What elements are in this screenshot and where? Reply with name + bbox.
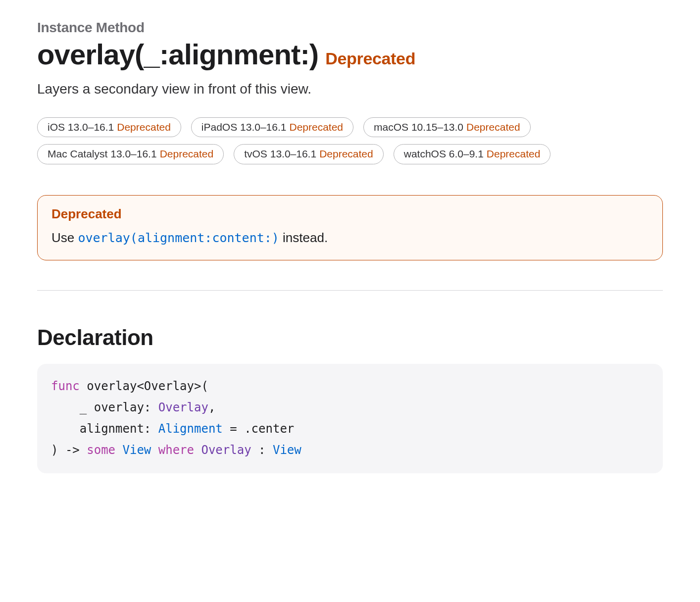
deprecated-aside: Deprecated Use overlay(alignment:content… [37, 195, 663, 261]
platform-pill: Mac Catalyst 13.0–16.1 Deprecated [37, 144, 224, 164]
aside-text-suffix: instead. [279, 230, 328, 245]
code-type: Overlay [158, 401, 208, 414]
aside-text-prefix: Use [51, 230, 78, 245]
code-text [151, 443, 158, 457]
platform-status: Deprecated [319, 147, 373, 161]
platform-status: Deprecated [160, 147, 214, 161]
platform-label: macOS 10.15–13.0 [374, 120, 463, 134]
code-text [115, 443, 122, 457]
platform-label: tvOS 13.0–16.1 [244, 147, 316, 161]
platform-label: iPadOS 13.0–16.1 [201, 120, 287, 134]
code-text: ) -> [51, 443, 87, 457]
platform-list: iOS 13.0–16.1 Deprecated iPadOS 13.0–16.… [37, 117, 663, 164]
code-keyword: some [87, 443, 115, 457]
platform-label: iOS 13.0–16.1 [48, 120, 114, 134]
aside-body: Use overlay(alignment:content:) instead. [51, 229, 649, 248]
code-text: , [208, 401, 215, 414]
code-text: alignment: [51, 422, 158, 436]
platform-pill: tvOS 13.0–16.1 Deprecated [234, 144, 384, 164]
eyebrow: Instance Method [37, 20, 663, 36]
aside-link[interactable]: overlay(alignment:content:) [78, 231, 279, 245]
platform-label: Mac Catalyst 13.0–16.1 [48, 147, 157, 161]
code-keyword: func [51, 379, 80, 393]
platform-status: Deprecated [487, 147, 541, 161]
code-keyword: where [158, 443, 194, 457]
code-text: _ overlay: [51, 401, 158, 414]
platform-pill: macOS 10.15–13.0 Deprecated [363, 117, 531, 137]
summary: Layers a secondary view in front of this… [37, 79, 663, 99]
code-text: : [251, 443, 273, 457]
divider [37, 290, 663, 291]
code-type-link[interactable]: View [273, 443, 301, 457]
code-type-link[interactable]: Alignment [158, 422, 223, 436]
code-text [194, 443, 201, 457]
platform-status: Deprecated [117, 120, 171, 134]
code-text: overlay<Overlay>( [80, 379, 208, 393]
page-title: overlay(_:alignment:) [37, 39, 318, 70]
code-type: Overlay [201, 443, 251, 457]
platform-status: Deprecated [466, 120, 520, 134]
declaration-code: func overlay<Overlay>( _ overlay: Overla… [37, 364, 663, 473]
platform-label: watchOS 6.0–9.1 [404, 147, 484, 161]
platform-pill: watchOS 6.0–9.1 Deprecated [394, 144, 551, 164]
platform-pill: iOS 13.0–16.1 Deprecated [37, 117, 181, 137]
platform-pill: iPadOS 13.0–16.1 Deprecated [191, 117, 353, 137]
code-text: = .center [223, 422, 295, 436]
deprecated-badge: Deprecated [325, 49, 415, 68]
aside-title: Deprecated [51, 206, 649, 222]
title-row: overlay(_:alignment:) Deprecated [37, 39, 663, 70]
platform-status: Deprecated [289, 120, 343, 134]
code-type-link[interactable]: View [123, 443, 151, 457]
declaration-heading: Declaration [37, 325, 663, 350]
